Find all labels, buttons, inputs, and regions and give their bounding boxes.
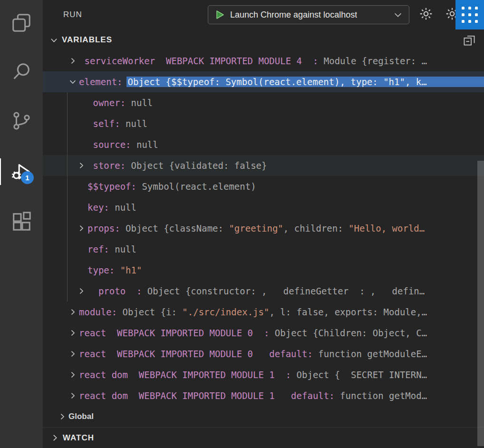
variable-value: "h1" bbox=[115, 265, 142, 275]
chevron-right-icon[interactable] bbox=[75, 224, 87, 233]
sidebar-item-search[interactable] bbox=[0, 50, 43, 94]
chevron-right-icon[interactable] bbox=[56, 412, 68, 421]
variable-name: element: bbox=[79, 77, 123, 87]
chevron-right-icon bbox=[48, 433, 61, 442]
value-text-part: function getModuleE… bbox=[313, 349, 427, 359]
variable-row-owner[interactable]: _owner: null bbox=[43, 92, 484, 113]
variable-row-content: element:Object {$$typeof: Symbol(react.e… bbox=[79, 77, 484, 87]
value-text-part: Object {className: bbox=[120, 223, 229, 234]
sidebar-item-run-and-debug[interactable]: 1 bbox=[0, 150, 43, 194]
value-text-part: null bbox=[120, 118, 147, 129]
chevron-right-icon[interactable] bbox=[67, 391, 79, 400]
variable-row-type[interactable]: type: "h1" bbox=[43, 260, 484, 281]
chevron-down-icon bbox=[393, 10, 403, 20]
variable-row-react-dom-1[interactable]: react_dom__WEBPACK_IMPORTED_MODULE_1__: … bbox=[43, 364, 484, 385]
variable-row-content: type: "h1" bbox=[87, 265, 484, 275]
variable-row-self[interactable]: _self: null bbox=[43, 113, 484, 134]
variable-name: key: bbox=[87, 202, 109, 213]
variable-row-source[interactable]: _source: null bbox=[43, 134, 484, 155]
value-text-part: , l: false, exports: Module,… bbox=[269, 307, 427, 317]
gear-icon[interactable] bbox=[418, 6, 434, 23]
variable-row-element[interactable]: element:Object {$$typeof: Symbol(react.e… bbox=[43, 71, 484, 92]
chevron-down-icon bbox=[48, 36, 60, 45]
value-text-part: function getMod… bbox=[335, 390, 427, 401]
variable-value: function getModuleE… bbox=[313, 349, 427, 359]
variable-name: _source: bbox=[87, 139, 131, 150]
sidebar-item-explorer[interactable] bbox=[0, 1, 43, 45]
variable-row-content: react_dom__WEBPACK_IMPORTED_MODULE_1__: … bbox=[79, 370, 484, 380]
active-view-indicator bbox=[0, 158, 1, 185]
variable-row-content: props: Object {className: "greeting", ch… bbox=[87, 223, 484, 234]
value-string-part: "./src/index.js" bbox=[182, 307, 269, 317]
variable-row-store[interactable]: _store: Object {validated: false} bbox=[43, 155, 484, 176]
variable-row-content: ref: null bbox=[87, 244, 484, 254]
variable-name: $$typeof: bbox=[87, 181, 136, 192]
variable-row-react-0-default[interactable]: react__WEBPACK_IMPORTED_MODULE_0___defau… bbox=[43, 343, 484, 364]
chevron-right-icon[interactable] bbox=[67, 308, 79, 316]
collapse-all-icon[interactable] bbox=[463, 34, 475, 46]
variable-row-content: react_dom__WEBPACK_IMPORTED_MODULE_1___d… bbox=[79, 390, 484, 401]
variable-row-content: _store: Object {validated: false} bbox=[87, 160, 484, 171]
chevron-right-icon[interactable] bbox=[67, 370, 79, 379]
variable-name: _owner: bbox=[87, 97, 126, 108]
value-text-part: Object {__SECRET_INTERN… bbox=[291, 370, 427, 380]
variable-name: react_dom__WEBPACK_IMPORTED_MODULE_1__: bbox=[79, 370, 291, 380]
chevron-right-icon[interactable] bbox=[67, 350, 79, 358]
grid-dots-button[interactable] bbox=[455, 0, 484, 29]
run-debug-panel: RUN Launch Chrome against localhost bbox=[43, 0, 484, 448]
variable-row-key[interactable]: key: null bbox=[43, 197, 484, 218]
variable-row-content: module: Object {i: "./src/index.js", l: … bbox=[79, 307, 484, 317]
variable-row-module[interactable]: module: Object {i: "./src/index.js", l: … bbox=[43, 302, 484, 322]
variable-row-content: _source: null bbox=[87, 139, 484, 150]
start-debug-icon[interactable] bbox=[214, 9, 225, 20]
variables-section-header[interactable]: VARIABLES bbox=[43, 29, 484, 50]
chevron-right-icon[interactable] bbox=[75, 161, 87, 170]
variables-section-title: VARIABLES bbox=[62, 35, 112, 45]
variable-row-ref[interactable]: ref: null bbox=[43, 239, 484, 260]
variable-value: null bbox=[120, 118, 147, 129]
files-icon bbox=[10, 12, 32, 34]
variable-name: react__WEBPACK_IMPORTED_MODULE_0___defau… bbox=[79, 349, 313, 359]
scrollbar-thumb[interactable] bbox=[477, 161, 484, 446]
variable-name: __proto__: bbox=[87, 286, 142, 296]
variable-row-proto[interactable]: __proto__: Object {constructor: , __defi… bbox=[43, 281, 484, 302]
debug-toolbar: RUN Launch Chrome against localhost bbox=[43, 0, 484, 29]
value-text-part: Object {i: bbox=[117, 307, 182, 317]
sidebar-item-source-control[interactable] bbox=[0, 99, 43, 143]
variable-row-react-dom-1-default[interactable]: react_dom__WEBPACK_IMPORTED_MODULE_1___d… bbox=[43, 385, 484, 406]
variable-value: Object {validated: false} bbox=[126, 160, 267, 171]
extensions-icon bbox=[10, 211, 32, 233]
variable-row-react-0[interactable]: react__WEBPACK_IMPORTED_MODULE_0__: Obje… bbox=[43, 322, 484, 343]
variable-value: Symbol(react.element) bbox=[136, 181, 256, 192]
chevron-right-icon[interactable] bbox=[75, 287, 87, 295]
value-text-part: , children: bbox=[283, 223, 348, 234]
variable-value: Object {$$typeof: Symbol(react.element),… bbox=[126, 77, 484, 87]
variable-row-props[interactable]: props: Object {className: "greeting", ch… bbox=[43, 218, 484, 239]
chevron-down-icon[interactable] bbox=[67, 78, 79, 86]
source-control-icon bbox=[10, 110, 32, 132]
variable-row-serviceworker[interactable]: _serviceWorker__WEBPACK_IMPORTED_MODULE_… bbox=[43, 50, 484, 71]
chevron-right-icon[interactable] bbox=[67, 329, 79, 337]
variable-row-content: _owner: null bbox=[87, 97, 484, 108]
variable-name: react__WEBPACK_IMPORTED_MODULE_0__: bbox=[79, 328, 269, 338]
variable-row-content: key: null bbox=[87, 202, 484, 213]
variable-name: react_dom__WEBPACK_IMPORTED_MODULE_1___d… bbox=[79, 390, 335, 401]
watch-section-header[interactable]: WATCH bbox=[43, 427, 484, 448]
chevron-right-icon[interactable] bbox=[67, 57, 79, 65]
variable-value: Module {register: … bbox=[318, 56, 427, 66]
variable-value: Object {className: "greeting", children:… bbox=[120, 223, 425, 234]
variable-name: ref: bbox=[87, 244, 109, 254]
variable-value: null bbox=[109, 244, 136, 254]
variable-name: module: bbox=[79, 307, 117, 317]
sidebar-item-extensions[interactable] bbox=[0, 200, 43, 243]
value-text-part: null bbox=[126, 97, 153, 108]
debug-config-dropdown[interactable]: Launch Chrome against localhost bbox=[208, 5, 409, 24]
search-icon bbox=[10, 61, 32, 83]
variable-row-typeof[interactable]: $$typeof: Symbol(react.element) bbox=[43, 176, 484, 197]
variable-value: Object {i: "./src/index.js", l: false, e… bbox=[117, 307, 427, 317]
variable-name: Global bbox=[68, 412, 94, 421]
variable-row-global[interactable]: Global bbox=[43, 406, 484, 427]
variable-row-content: Global bbox=[68, 412, 484, 421]
variable-row-content: __proto__: Object {constructor: , __defi… bbox=[87, 286, 484, 296]
variable-value: null bbox=[131, 139, 158, 150]
